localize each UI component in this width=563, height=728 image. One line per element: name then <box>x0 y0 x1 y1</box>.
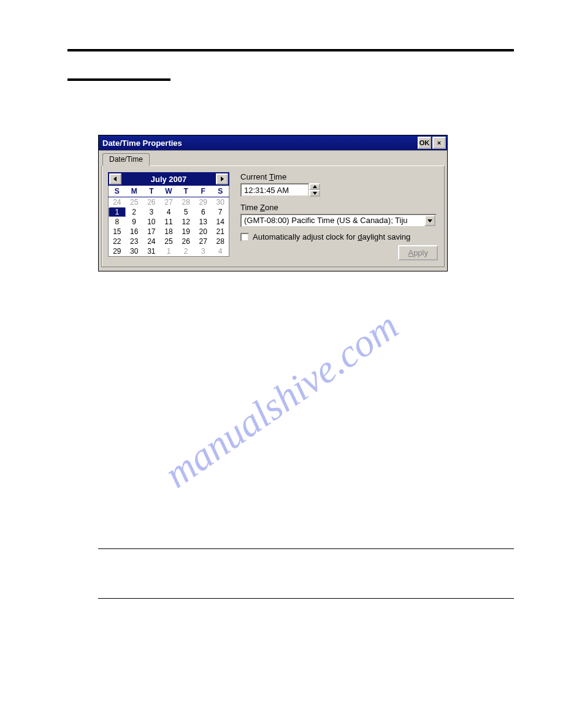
time-spin-up[interactable] <box>309 183 320 190</box>
calendar-day-cell[interactable]: 25 <box>160 237 177 246</box>
apply-rest: pply <box>413 248 428 257</box>
ok-button[interactable]: OK <box>418 137 431 149</box>
calendar-table: SMTWTFS 24252627282930123456789101112131… <box>108 186 229 257</box>
calendar-day-cell[interactable]: 8 <box>109 217 126 227</box>
calendar-day-cell[interactable]: 4 <box>212 246 229 257</box>
calendar-day-cell[interactable]: 26 <box>143 197 160 208</box>
timezone-combobox[interactable]: (GMT-08:00) Pacific Time (US & Canada); … <box>240 214 437 227</box>
calendar-day-cell[interactable]: 30 <box>212 197 229 208</box>
label-text: one <box>265 203 278 212</box>
calendar-day-cell[interactable]: 31 <box>143 246 160 257</box>
svg-marker-0 <box>113 176 117 181</box>
page-rule-mid-2 <box>98 598 514 599</box>
close-button[interactable]: × <box>432 137 446 149</box>
apply-row: Apply <box>240 245 438 260</box>
label-text: ime <box>274 172 286 181</box>
calendar-week-row: 2930311234 <box>109 246 229 257</box>
calendar-day-cell[interactable]: 16 <box>126 227 143 237</box>
calendar-day-cell[interactable]: 30 <box>126 246 143 257</box>
timezone-value: (GMT-08:00) Pacific Time (US & Canada); … <box>242 215 424 226</box>
svg-marker-4 <box>427 219 432 222</box>
tab-datetime[interactable]: Date/Time <box>102 153 150 166</box>
calendar-header-cell: S <box>212 186 229 197</box>
calendar-day-cell[interactable]: 17 <box>143 227 160 237</box>
calendar-day-cell[interactable]: 14 <box>212 217 229 227</box>
calendar-day-cell[interactable]: 23 <box>126 237 143 246</box>
label-text: Automatically adjust clock for <box>253 232 358 241</box>
timezone-drop-button[interactable] <box>424 215 435 226</box>
calendar-day-cell[interactable]: 9 <box>126 217 143 227</box>
right-column: Current Time Time Zone (GMT-08:00) Pacif… <box>240 172 438 260</box>
calendar-day-cell[interactable]: 22 <box>109 237 126 246</box>
svg-marker-2 <box>313 185 317 188</box>
calendar-week-row: 1234567 <box>109 207 229 217</box>
calendar-day-cell[interactable]: 12 <box>177 217 194 227</box>
svg-marker-3 <box>313 192 317 195</box>
page-rule-mid-1 <box>98 548 514 549</box>
calendar-day-cell[interactable]: 28 <box>212 237 229 246</box>
tab-body: July 2007 SMTWTFS 2425262728293012345678… <box>101 165 445 267</box>
triangle-down-icon <box>313 192 317 195</box>
calendar-header-cell: S <box>109 186 126 197</box>
calendar-day-cell[interactable]: 25 <box>126 197 143 208</box>
calendar-day-cell[interactable]: 7 <box>212 207 229 217</box>
dialog-client: Date/Time July 2007 SMTWTFS 242526272829… <box>99 150 447 271</box>
calendar-day-cell[interactable]: 4 <box>160 207 177 217</box>
calendar-day-cell[interactable]: 6 <box>194 207 212 217</box>
apply-accel: A <box>408 248 413 257</box>
calendar-day-cell[interactable]: 27 <box>160 197 177 208</box>
calendar-day-cell[interactable]: 15 <box>109 227 126 237</box>
calendar-header-cell: T <box>177 186 194 197</box>
calendar-day-cell[interactable]: 29 <box>109 246 126 257</box>
time-spin-down[interactable] <box>309 190 320 197</box>
calendar: July 2007 SMTWTFS 2425262728293012345678… <box>108 172 229 260</box>
timezone-label: Time Zone <box>240 203 438 212</box>
calendar-day-cell[interactable]: 24 <box>143 237 160 246</box>
triangle-down-icon <box>427 219 432 222</box>
calendar-day-cell[interactable]: 1 <box>160 246 177 257</box>
calendar-day-cell[interactable]: 28 <box>177 197 194 208</box>
calendar-day-cell[interactable]: 2 <box>177 246 194 257</box>
calendar-day-cell[interactable]: 3 <box>143 207 160 217</box>
calendar-day-cell[interactable]: 3 <box>194 246 212 257</box>
dst-checkbox[interactable] <box>240 233 249 241</box>
calendar-day-cell[interactable]: 29 <box>194 197 212 208</box>
calendar-header-cell: F <box>194 186 212 197</box>
calendar-day-cell[interactable]: 11 <box>160 217 177 227</box>
calendar-week-row: 24252627282930 <box>109 197 229 208</box>
page-rule-title <box>67 78 170 81</box>
apply-button[interactable]: Apply <box>398 245 438 260</box>
calendar-day-cell[interactable]: 18 <box>160 227 177 237</box>
label-text: Current <box>240 172 269 181</box>
datetime-dialog: Date/Time Properties OK × Date/Time July… <box>98 135 448 271</box>
triangle-right-icon <box>220 176 224 181</box>
watermark-text: manualshive.com <box>156 303 407 498</box>
calendar-week-row: 22232425262728 <box>109 237 229 246</box>
calendar-day-cell[interactable]: 27 <box>194 237 212 246</box>
calendar-day-cell[interactable]: 21 <box>212 227 229 237</box>
triangle-left-icon <box>113 176 118 181</box>
calendar-day-cell[interactable]: 19 <box>177 227 194 237</box>
dst-label: Automatically adjust clock for daylight … <box>253 232 410 241</box>
calendar-day-cell[interactable]: 20 <box>194 227 212 237</box>
calendar-day-cell[interactable]: 13 <box>194 217 212 227</box>
label-text: Time <box>240 203 260 212</box>
calendar-header-cell: T <box>143 186 160 197</box>
prev-month-button[interactable] <box>109 173 121 184</box>
next-month-button[interactable] <box>216 173 228 184</box>
triangle-up-icon <box>313 185 317 188</box>
label-text: aylight saving <box>362 232 410 241</box>
time-input[interactable] <box>240 183 309 197</box>
dialog-title: Date/Time Properties <box>102 138 416 148</box>
calendar-day-cell[interactable]: 10 <box>143 217 160 227</box>
calendar-header-cell: W <box>160 186 177 197</box>
calendar-day-cell[interactable]: 2 <box>126 207 143 217</box>
calendar-header-row: SMTWTFS <box>109 186 229 197</box>
calendar-day-cell[interactable]: 26 <box>177 237 194 246</box>
titlebar: Date/Time Properties OK × <box>99 135 447 150</box>
calendar-week-row: 891011121314 <box>109 217 229 227</box>
calendar-day-cell[interactable]: 24 <box>109 197 126 208</box>
time-spinner <box>309 183 320 197</box>
calendar-day-cell[interactable]: 1 <box>109 207 126 217</box>
calendar-day-cell[interactable]: 5 <box>177 207 194 217</box>
